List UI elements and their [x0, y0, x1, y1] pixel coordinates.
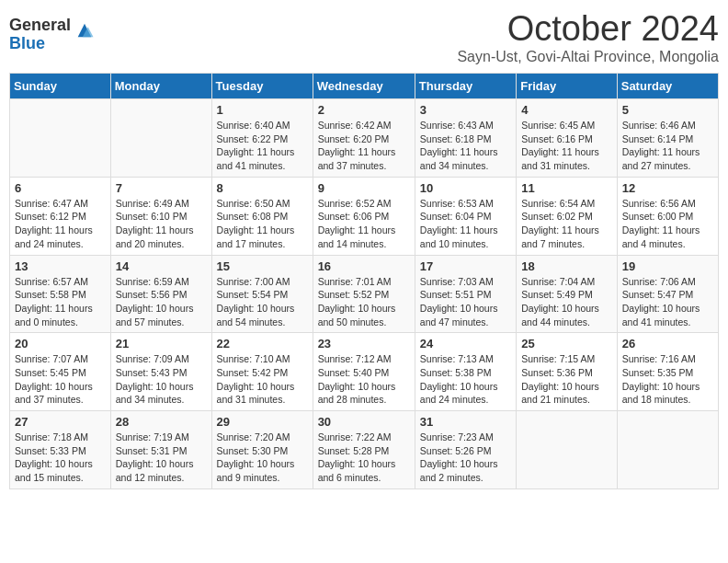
calendar-cell: 9Sunrise: 6:52 AM Sunset: 6:06 PM Daylig…: [313, 177, 415, 255]
day-number: 23: [318, 337, 410, 350]
calendar-cell: 14Sunrise: 6:59 AM Sunset: 5:56 PM Dayli…: [110, 255, 211, 333]
day-content: Sunrise: 6:56 AM Sunset: 6:00 PM Dayligh…: [622, 197, 713, 251]
calendar-cell: 22Sunrise: 7:10 AM Sunset: 5:42 PM Dayli…: [211, 333, 313, 411]
day-content: Sunrise: 6:43 AM Sunset: 6:18 PM Dayligh…: [420, 119, 511, 173]
day-content: Sunrise: 6:42 AM Sunset: 6:20 PM Dayligh…: [318, 119, 410, 173]
calendar-cell: 10Sunrise: 6:53 AM Sunset: 6:04 PM Dayli…: [415, 177, 516, 255]
day-number: 29: [217, 415, 308, 429]
day-number: 25: [521, 337, 612, 350]
day-content: Sunrise: 7:15 AM Sunset: 5:36 PM Dayligh…: [521, 352, 612, 407]
day-number: 5: [622, 103, 713, 117]
day-number: 9: [318, 181, 410, 195]
calendar-cell: 6Sunrise: 6:47 AM Sunset: 6:12 PM Daylig…: [10, 177, 111, 255]
day-content: Sunrise: 7:23 AM Sunset: 5:26 PM Dayligh…: [420, 431, 511, 485]
calendar-cell: 18Sunrise: 7:04 AM Sunset: 5:49 PM Dayli…: [517, 255, 618, 333]
day-number: 1: [217, 103, 308, 117]
header-monday: Monday: [110, 74, 211, 99]
day-number: 21: [116, 337, 207, 350]
day-number: 8: [217, 181, 308, 195]
calendar-cell: 2Sunrise: 6:42 AM Sunset: 6:20 PM Daylig…: [313, 99, 415, 178]
day-content: Sunrise: 7:12 AM Sunset: 5:40 PM Dayligh…: [318, 352, 410, 407]
day-number: 14: [116, 259, 207, 273]
location-title: Sayn-Ust, Govi-Altai Province, Mongolia: [457, 49, 719, 65]
day-content: Sunrise: 7:09 AM Sunset: 5:43 PM Dayligh…: [116, 352, 207, 407]
calendar-cell: 8Sunrise: 6:50 AM Sunset: 6:08 PM Daylig…: [211, 177, 313, 255]
logo: General Blue: [9, 17, 95, 53]
day-content: Sunrise: 6:46 AM Sunset: 6:14 PM Dayligh…: [622, 119, 713, 173]
day-content: Sunrise: 6:57 AM Sunset: 5:58 PM Dayligh…: [15, 275, 106, 329]
day-number: 28: [116, 415, 207, 429]
calendar-week-4: 20Sunrise: 7:07 AM Sunset: 5:45 PM Dayli…: [10, 333, 719, 411]
logo-blue-text: Blue: [9, 35, 71, 53]
day-number: 3: [420, 103, 511, 117]
day-content: Sunrise: 7:18 AM Sunset: 5:33 PM Dayligh…: [15, 431, 106, 485]
header-row: SundayMondayTuesdayWednesdayThursdayFrid…: [10, 74, 719, 99]
calendar-cell: 4Sunrise: 6:45 AM Sunset: 6:16 PM Daylig…: [517, 99, 618, 178]
calendar-cell: [10, 99, 111, 178]
day-number: 6: [15, 181, 106, 195]
calendar-cell: 13Sunrise: 6:57 AM Sunset: 5:58 PM Dayli…: [10, 255, 111, 333]
title-area: October 2024 Sayn-Ust, Govi-Altai Provin…: [457, 9, 719, 65]
calendar-week-3: 13Sunrise: 6:57 AM Sunset: 5:58 PM Dayli…: [10, 255, 719, 333]
calendar-cell: 29Sunrise: 7:20 AM Sunset: 5:30 PM Dayli…: [211, 411, 313, 489]
day-content: Sunrise: 7:00 AM Sunset: 5:54 PM Dayligh…: [217, 275, 308, 329]
day-number: 16: [318, 259, 410, 273]
day-number: 15: [217, 259, 308, 273]
calendar-cell: 23Sunrise: 7:12 AM Sunset: 5:40 PM Dayli…: [313, 333, 415, 411]
day-content: Sunrise: 7:10 AM Sunset: 5:42 PM Dayligh…: [217, 352, 308, 407]
calendar-table: SundayMondayTuesdayWednesdayThursdayFrid…: [9, 73, 719, 489]
day-content: Sunrise: 7:01 AM Sunset: 5:52 PM Dayligh…: [318, 275, 410, 329]
day-number: 27: [15, 415, 106, 429]
day-number: 22: [217, 337, 308, 350]
day-content: Sunrise: 7:04 AM Sunset: 5:49 PM Dayligh…: [521, 275, 612, 329]
day-number: 4: [521, 103, 612, 117]
header-tuesday: Tuesday: [211, 74, 313, 99]
calendar-cell: 16Sunrise: 7:01 AM Sunset: 5:52 PM Dayli…: [313, 255, 415, 333]
day-content: Sunrise: 7:06 AM Sunset: 5:47 PM Dayligh…: [622, 275, 713, 329]
logo-general-text: General: [9, 17, 71, 35]
day-number: 7: [116, 181, 207, 195]
calendar-cell: 7Sunrise: 6:49 AM Sunset: 6:10 PM Daylig…: [110, 177, 211, 255]
day-content: Sunrise: 7:19 AM Sunset: 5:31 PM Dayligh…: [116, 431, 207, 485]
calendar-cell: 20Sunrise: 7:07 AM Sunset: 5:45 PM Dayli…: [10, 333, 111, 411]
day-content: Sunrise: 6:59 AM Sunset: 5:56 PM Dayligh…: [116, 275, 207, 329]
calendar-cell: 15Sunrise: 7:00 AM Sunset: 5:54 PM Dayli…: [211, 255, 313, 333]
day-content: Sunrise: 6:54 AM Sunset: 6:02 PM Dayligh…: [521, 197, 612, 251]
day-content: Sunrise: 7:16 AM Sunset: 5:35 PM Dayligh…: [622, 352, 713, 407]
day-content: Sunrise: 6:49 AM Sunset: 6:10 PM Dayligh…: [116, 197, 207, 251]
calendar-cell: 11Sunrise: 6:54 AM Sunset: 6:02 PM Dayli…: [517, 177, 618, 255]
day-content: Sunrise: 7:13 AM Sunset: 5:38 PM Dayligh…: [420, 352, 511, 407]
day-number: 26: [622, 337, 713, 350]
day-content: Sunrise: 6:40 AM Sunset: 6:22 PM Dayligh…: [217, 119, 308, 173]
calendar-cell: 24Sunrise: 7:13 AM Sunset: 5:38 PM Dayli…: [415, 333, 516, 411]
day-number: 12: [622, 181, 713, 195]
calendar-cell: 27Sunrise: 7:18 AM Sunset: 5:33 PM Dayli…: [10, 411, 111, 489]
calendar-week-2: 6Sunrise: 6:47 AM Sunset: 6:12 PM Daylig…: [10, 177, 719, 255]
day-number: 24: [420, 337, 511, 350]
day-content: Sunrise: 7:22 AM Sunset: 5:28 PM Dayligh…: [318, 431, 410, 485]
calendar-cell: 28Sunrise: 7:19 AM Sunset: 5:31 PM Dayli…: [110, 411, 211, 489]
day-number: 31: [420, 415, 511, 429]
header-sunday: Sunday: [10, 74, 111, 99]
day-content: Sunrise: 6:52 AM Sunset: 6:06 PM Dayligh…: [318, 197, 410, 251]
calendar-cell: 26Sunrise: 7:16 AM Sunset: 5:35 PM Dayli…: [617, 333, 718, 411]
header-friday: Friday: [517, 74, 618, 99]
day-number: 10: [420, 181, 511, 195]
day-number: 11: [521, 181, 612, 195]
calendar-cell: 5Sunrise: 6:46 AM Sunset: 6:14 PM Daylig…: [617, 99, 718, 178]
logo-icon: [74, 20, 95, 40]
header-wednesday: Wednesday: [313, 74, 415, 99]
calendar-cell: [617, 411, 718, 489]
page-header: General Blue October 2024 Sayn-Ust, Govi…: [9, 9, 719, 65]
day-number: 2: [318, 103, 410, 117]
calendar-cell: 25Sunrise: 7:15 AM Sunset: 5:36 PM Dayli…: [517, 333, 618, 411]
calendar-cell: 31Sunrise: 7:23 AM Sunset: 5:26 PM Dayli…: [415, 411, 516, 489]
day-number: 13: [15, 259, 106, 273]
header-thursday: Thursday: [415, 74, 516, 99]
day-number: 30: [318, 415, 410, 429]
header-saturday: Saturday: [617, 74, 718, 99]
calendar-cell: 17Sunrise: 7:03 AM Sunset: 5:51 PM Dayli…: [415, 255, 516, 333]
calendar-cell: 30Sunrise: 7:22 AM Sunset: 5:28 PM Dayli…: [313, 411, 415, 489]
day-content: Sunrise: 7:07 AM Sunset: 5:45 PM Dayligh…: [15, 352, 106, 407]
day-content: Sunrise: 6:47 AM Sunset: 6:12 PM Dayligh…: [15, 197, 106, 251]
